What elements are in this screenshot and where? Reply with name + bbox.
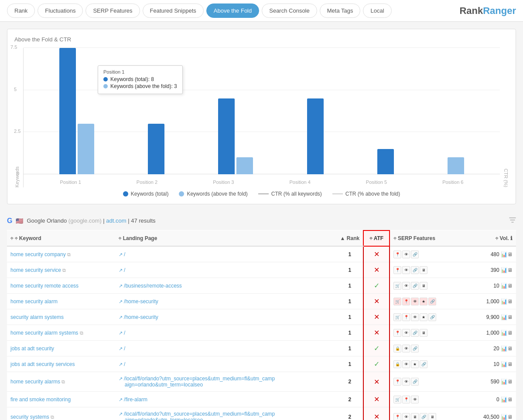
vol-cell: 40,500 📊🖥 [472, 407, 516, 420]
rank-cell: 1 [337, 246, 364, 262]
serp-icon: 📍 [402, 313, 410, 321]
keyword-link[interactable]: home security alarm [10, 298, 58, 305]
landing-link[interactable]: / [124, 251, 125, 257]
keyword-link[interactable]: home security alarms [10, 379, 60, 385]
keyword-link[interactable]: security systems [10, 414, 49, 420]
keyword-link[interactable]: jobs at adt security services [10, 361, 75, 367]
landing-link[interactable]: /home-security [124, 314, 158, 320]
vol-chart-icon[interactable]: 📊 [501, 345, 507, 352]
vol-chart-icon[interactable]: 📊 [501, 361, 507, 367]
col-header-keyword[interactable]: ÷ ÷ Keyword [7, 230, 115, 246]
copy-icon[interactable]: ⧉ [80, 330, 83, 335]
keyword-cell: home security service ⧉ [7, 262, 115, 278]
table-body: home security company ⧉↗ /1✕📍👁🔗480 📊🖥hom… [7, 246, 516, 420]
tab-local[interactable]: Local [363, 3, 391, 18]
results-table: ÷ ÷ Keyword ÷ Landing Page ▲ Rank ÷ ATF … [7, 230, 516, 420]
keyword-link[interactable]: home security alarm systems [10, 330, 78, 336]
keyword-cell: home security alarm systems ⧉ [7, 325, 115, 341]
copy-icon[interactable]: ⧉ [62, 268, 66, 273]
col-rank-label: ▲ Rank [340, 235, 360, 241]
vol-cell: 1,000 📊🖥 [472, 325, 516, 341]
keyword-link[interactable]: home security company [10, 251, 66, 257]
atf-x-icon: ✕ [374, 378, 379, 386]
keyword-link[interactable]: jobs at adt security [10, 345, 54, 352]
col-header-vol[interactable]: ÷ Vol. ℹ [472, 230, 516, 246]
chart-legend: Keywords (total) Keywords (above the fol… [14, 191, 509, 197]
site-link[interactable]: adt.com [106, 217, 126, 224]
google-icon: G [7, 217, 12, 225]
landing-link[interactable]: /local/fl/orlando?utm_source=places&utm_… [124, 411, 275, 417]
y-axis-label: Keywords [14, 166, 20, 187]
serp-icon: 🛒 [393, 282, 401, 290]
col-header-landing[interactable]: ÷ Landing Page [115, 230, 337, 246]
filter-icon[interactable] [509, 217, 516, 225]
tab-above-fold[interactable]: Above the Fold [206, 3, 259, 18]
table-row: jobs at adt security↗ /1✓🔒👁🔗20 📊🖥 [7, 341, 516, 356]
keyword-link[interactable]: home security service [10, 267, 61, 273]
vol-chart-icon[interactable]: 📊 [501, 330, 507, 336]
rank-cell: 1 [337, 278, 364, 294]
serp-icon: 📍 [402, 396, 410, 403]
landing-link[interactable]: /local/fl/orlando?utm_source=places&utm_… [124, 376, 275, 382]
vol-device-icon: 🖥 [507, 298, 513, 305]
col-header-atf[interactable]: ÷ ATF [363, 230, 390, 246]
tab-rank[interactable]: Rank [7, 3, 35, 18]
vol-chart-icon[interactable]: 📊 [501, 379, 507, 385]
keyword-link[interactable]: security alarm systems [10, 314, 64, 320]
x-label-3: Position 3 [213, 180, 234, 185]
keyword-cell: fire and smoke monitoring [7, 392, 115, 407]
vol-cell: 10 📊🖥 [472, 356, 516, 372]
legend-label-atf: Keywords (above the fold) [187, 191, 247, 197]
col-header-rank[interactable]: ▲ Rank [337, 230, 364, 246]
table-row: home security remote access↗ /business/r… [7, 278, 516, 294]
tab-serp-features[interactable]: SERP Features [85, 3, 140, 18]
serp-icon: 🖥 [420, 329, 427, 337]
bar-group-5 [377, 48, 394, 174]
serp-icon: 📍 [402, 298, 410, 305]
landing-link[interactable]: / [124, 267, 125, 273]
table-row: jobs at adt security services↗ /1✓🔒👁★🔗10… [7, 356, 516, 372]
vol-chart-icon[interactable]: 📊 [501, 283, 507, 289]
copy-icon[interactable]: ⧉ [51, 414, 54, 420]
landing-link[interactable]: / [124, 361, 125, 367]
vol-chart-icon[interactable]: 📊 [501, 396, 507, 403]
brand-logo: RankRanger [459, 5, 516, 17]
vol-chart-icon[interactable]: 📊 [501, 251, 507, 257]
x-label-5: Position 5 [366, 180, 387, 185]
vol-chart-icon[interactable]: 📊 [501, 314, 507, 320]
bar-group-4 [307, 48, 324, 174]
legend-label-ctr-atf: CTR (% above the fold) [345, 191, 400, 197]
keyword-link[interactable]: home security remote access [10, 283, 79, 289]
serp-icon: 🔗 [411, 345, 419, 352]
vol-device-icon: 🖥 [507, 283, 513, 289]
serp-icon: 👁 [402, 378, 410, 386]
legend-label-total: Keywords (total) [131, 191, 169, 197]
table-row: home security alarm systems ⧉↗ /1✕📍👁🔗🖥1,… [7, 325, 516, 341]
landing-link[interactable]: /business/remote-access [124, 283, 182, 289]
vol-chart-icon[interactable]: 📊 [501, 298, 507, 305]
atf-cell: ✕ [363, 392, 390, 407]
landing-link[interactable]: / [124, 330, 125, 336]
legend-total: Keywords (total) [123, 191, 169, 197]
col-header-serp[interactable]: ÷ SERP Features [390, 230, 472, 246]
landing-link[interactable]: /fire-alarm [124, 396, 147, 403]
atf-x-icon: ✕ [374, 413, 379, 420]
serp-icon: 🔒 [393, 360, 401, 368]
serp-icon: 👁 [402, 251, 410, 258]
landing-link[interactable]: / [124, 345, 125, 352]
bar-total-1 [59, 48, 76, 174]
tab-meta-tags[interactable]: Meta Tags [320, 3, 361, 18]
tab-search-console[interactable]: Search Console [262, 3, 317, 18]
tab-featured-snippets[interactable]: Featured Snippets [143, 3, 204, 18]
vol-chart-icon[interactable]: 📊 [501, 414, 507, 420]
tab-fluctuations[interactable]: Fluctuations [38, 3, 83, 18]
vol-device-icon: 🖥 [507, 361, 513, 367]
vol-cell: 0 📊🖥 [472, 392, 516, 407]
bars-wrapper [24, 48, 500, 174]
keyword-link[interactable]: fire and smoke monitoring [10, 396, 71, 403]
landing-link[interactable]: /home-security [124, 298, 158, 305]
vol-chart-icon[interactable]: 📊 [501, 267, 507, 273]
serp-icon: 👁 [402, 360, 410, 368]
copy-icon[interactable]: ⧉ [62, 379, 65, 384]
copy-icon[interactable]: ⧉ [67, 252, 71, 257]
